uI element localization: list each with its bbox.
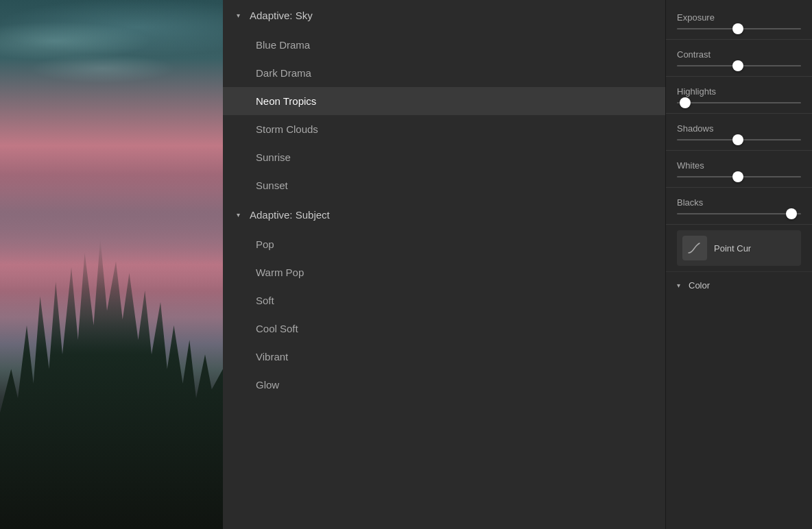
adjustments-panel: Exposure Contrast Highlights Shadows Whi…	[665, 0, 812, 529]
preset-glow[interactable]: Glow	[223, 371, 665, 399]
blacks-adjustment: Blacks	[666, 190, 812, 221]
divider-1	[666, 39, 812, 40]
highlights-slider-thumb[interactable]	[680, 97, 691, 108]
shadows-label: Shadows	[677, 123, 801, 134]
chevron-icon: ▾	[237, 12, 240, 19]
contrast-adjustment: Contrast	[666, 42, 812, 73]
whites-slider-thumb[interactable]	[732, 171, 743, 182]
point-curve-label: Point Cur	[714, 243, 751, 254]
blacks-slider-thumb[interactable]	[786, 208, 797, 219]
highlights-adjustment: Highlights	[666, 79, 812, 110]
presets-list-panel: ▾ Adaptive: Sky Blue Drama Dark Drama Ne…	[223, 0, 665, 529]
shadows-adjustment: Shadows	[666, 116, 812, 147]
exposure-slider-thumb[interactable]	[732, 23, 743, 34]
highlights-slider-track[interactable]	[677, 102, 801, 103]
photo-preview	[0, 0, 223, 529]
preset-soft[interactable]: Soft	[223, 286, 665, 315]
preset-cool-soft[interactable]: Cool Soft	[223, 315, 665, 343]
exposure-slider-track[interactable]	[677, 28, 801, 29]
shadows-slider-thumb[interactable]	[732, 134, 743, 145]
whites-slider-track[interactable]	[677, 176, 801, 177]
adaptive-sky-header[interactable]: ▾ Adaptive: Sky	[223, 0, 665, 31]
contrast-slider-track[interactable]	[677, 65, 801, 66]
blacks-slider-track[interactable]	[677, 213, 801, 214]
preset-vibrant[interactable]: Vibrant	[223, 343, 665, 371]
preset-pop[interactable]: Pop	[223, 230, 665, 258]
divider-4	[666, 150, 812, 151]
exposure-adjustment: Exposure	[666, 5, 812, 36]
divider-2	[666, 76, 812, 77]
preset-warm-pop[interactable]: Warm Pop	[223, 258, 665, 286]
blacks-label: Blacks	[677, 197, 801, 208]
color-chevron-icon: ▾	[677, 282, 680, 289]
color-section-header[interactable]: ▾ Color	[666, 271, 812, 299]
divider-6	[666, 224, 812, 225]
divider-3	[666, 113, 812, 114]
highlights-label: Highlights	[677, 86, 801, 97]
color-section-label: Color	[689, 280, 710, 291]
preset-dark-drama[interactable]: Dark Drama	[223, 59, 665, 87]
contrast-slider-thumb[interactable]	[732, 60, 743, 71]
shadows-slider-track[interactable]	[677, 139, 801, 140]
exposure-label: Exposure	[677, 12, 801, 23]
preset-storm-clouds[interactable]: Storm Clouds	[223, 115, 665, 143]
contrast-label: Contrast	[677, 49, 801, 60]
preset-sunrise[interactable]: Sunrise	[223, 143, 665, 171]
preset-blue-drama[interactable]: Blue Drama	[223, 31, 665, 59]
point-curve-section[interactable]: Point Cur	[677, 230, 801, 266]
whites-label: Whites	[677, 160, 801, 171]
preset-sunset[interactable]: Sunset	[223, 171, 665, 199]
preset-neon-tropics[interactable]: Neon Tropics	[223, 87, 665, 115]
adaptive-subject-label: Adaptive: Subject	[250, 209, 330, 221]
divider-5	[666, 187, 812, 188]
chevron-icon: ▾	[237, 211, 240, 219]
adaptive-sky-label: Adaptive: Sky	[250, 10, 313, 21]
adaptive-subject-header[interactable]: ▾ Adaptive: Subject	[223, 199, 665, 230]
curve-icon	[682, 236, 707, 260]
whites-adjustment: Whites	[666, 153, 812, 184]
